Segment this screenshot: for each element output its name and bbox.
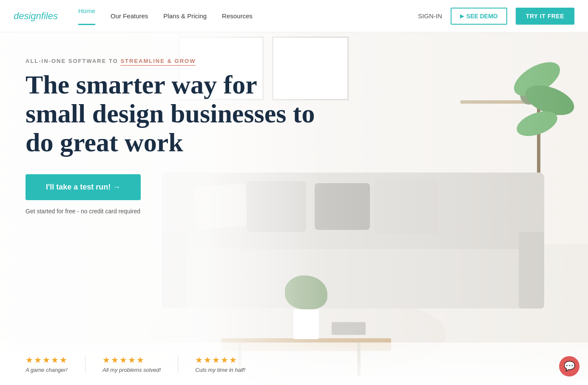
hero-subtitle: ALL-IN-ONE SOFTWARE TO STREAMLINE & GROW (26, 58, 562, 64)
rating-item-1: ★★★★★ A game changer! (26, 355, 85, 373)
ratings-bar: ★★★★★ A game changer! ★★★★★ All my probl… (0, 343, 588, 385)
rating-label-3: Cuts my time in half! (195, 367, 245, 373)
hero-content: ALL-IN-ONE SOFTWARE TO STREAMLINE & GROW… (0, 32, 588, 385)
hero-subtitle-highlight: STREAMLINE & GROW (120, 58, 196, 66)
cta-subtitle: Get started for free - no credit card re… (26, 208, 562, 215)
stars-3: ★★★★★ (195, 355, 245, 365)
hero-section: ALL-IN-ONE SOFTWARE TO STREAMLINE & GROW… (0, 32, 588, 385)
see-demo-button[interactable]: ▶ SEE DEMO (451, 8, 507, 25)
cta-button[interactable]: I'll take a test run! → (26, 174, 141, 200)
rating-label-1: A game changer! (26, 367, 68, 373)
nav-pricing[interactable]: Plans & Pricing (163, 12, 207, 20)
logo-design: design (14, 11, 41, 22)
stars-1: ★★★★★ (26, 355, 68, 365)
nav-links: Home Our Features Plans & Pricing Resour… (78, 7, 418, 25)
logo[interactable]: designfiles (14, 11, 58, 22)
nav-resources[interactable]: Resources (222, 12, 253, 20)
nav-right: SIGN-IN ▶ SEE DEMO TRY IT FREE (418, 8, 574, 25)
rating-label-2: All my problems solved! (102, 367, 161, 373)
nav-features[interactable]: Our Features (111, 12, 148, 20)
rating-item-3: ★★★★★ Cuts my time in half! (195, 355, 262, 373)
try-free-button[interactable]: TRY IT FREE (516, 8, 574, 25)
nav-home[interactable]: Home (78, 7, 95, 25)
logo-files: files (41, 11, 58, 22)
sign-in-link[interactable]: SIGN-IN (418, 12, 442, 20)
navbar: designfiles Home Our Features Plans & Pr… (0, 0, 588, 32)
play-icon: ▶ (460, 13, 464, 19)
stars-2: ★★★★★ (102, 355, 161, 365)
chat-bubble[interactable]: 💬 (559, 356, 579, 377)
rating-item-2: ★★★★★ All my problems solved! (102, 355, 178, 373)
chat-icon: 💬 (564, 361, 575, 372)
hero-title: The smarter way for small design busines… (26, 70, 323, 157)
